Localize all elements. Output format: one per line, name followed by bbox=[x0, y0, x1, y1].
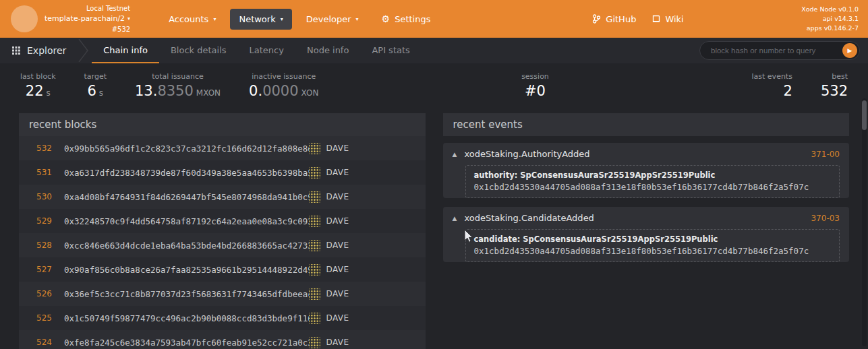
tab-block-details[interactable]: Block details bbox=[159, 38, 238, 63]
author-name: DAVE bbox=[326, 168, 349, 177]
block-author: DAVE bbox=[309, 216, 415, 227]
wiki-link[interactable]: Wiki bbox=[652, 14, 683, 24]
block-row: 525 0x1c50749f59877479cc496ac2b90b0088cc… bbox=[19, 306, 426, 330]
tab-api-stats[interactable]: API stats bbox=[360, 38, 421, 63]
block-author: DAVE bbox=[309, 313, 415, 324]
block-number-link[interactable]: 524 bbox=[29, 338, 52, 347]
event-header: ▲ xodeStaking.CandidateAdded 370-03 bbox=[443, 207, 850, 229]
chevron-down-icon: ▾ bbox=[356, 16, 359, 22]
collapse-arrow-icon[interactable]: ▲ bbox=[453, 151, 457, 158]
event-name: xodeStaking.CandidateAdded bbox=[464, 213, 594, 223]
author-name: DAVE bbox=[326, 289, 349, 298]
block-hash: 0x32248570c9f4dd564758af87192c64a2eaa0e0… bbox=[64, 216, 309, 226]
main-content: recent blocks 532 0x99bb565a96df1c2c823c… bbox=[0, 109, 868, 349]
node-version: Xode Node v0.1.0 bbox=[801, 5, 859, 14]
chain-selector[interactable]: Local Testnet template-parachain/2 ▾ #53… bbox=[45, 3, 130, 35]
event-detail: candidate: SpConsensusAuraSr25519AppSr25… bbox=[465, 229, 840, 262]
scrollbar-thumb[interactable] bbox=[862, 100, 867, 130]
best-block-number: #532 bbox=[45, 24, 130, 34]
author-name: DAVE bbox=[326, 216, 349, 226]
block-author: DAVE bbox=[309, 288, 415, 300]
author-identicon bbox=[309, 191, 320, 203]
nav-developer[interactable]: Developer ▾ bbox=[297, 9, 368, 30]
block-number-link[interactable]: 529 bbox=[29, 216, 52, 226]
block-row: 526 0x36ef5c3cc71c8b877037d23f5683631f77… bbox=[19, 282, 426, 306]
page-scrollbar bbox=[862, 98, 867, 346]
block-number-link[interactable]: 525 bbox=[29, 313, 52, 323]
chevron-down-icon: ▾ bbox=[281, 16, 283, 22]
author-name: DAVE bbox=[326, 144, 349, 153]
block-row: 532 0x99bb565a96df1c2c823c37ca3212fc166d… bbox=[19, 136, 426, 160]
tab-bar: Explorer Chain info Block details Latenc… bbox=[0, 38, 868, 63]
grid-icon bbox=[12, 46, 20, 55]
nav-network[interactable]: Network ▾ bbox=[230, 9, 291, 30]
event-name: xodeStaking.AuthorityAdded bbox=[464, 149, 589, 159]
tab-latency[interactable]: Latency bbox=[238, 38, 295, 63]
nav-accounts[interactable]: Accounts ▾ bbox=[160, 9, 225, 30]
event-detail: authority: SpConsensusAuraSr25519AppSr25… bbox=[465, 165, 840, 198]
block-row: 529 0x32248570c9f4dd564758af87192c64a2ea… bbox=[19, 209, 426, 233]
nav-settings[interactable]: ⚙ Settings bbox=[373, 9, 440, 30]
block-hash: 0x90af856c0b8a8ce26a7faa82535a9661b29514… bbox=[64, 265, 309, 275]
top-bar: Local Testnet template-parachain/2 ▾ #53… bbox=[0, 0, 868, 38]
author-name: DAVE bbox=[326, 313, 349, 323]
recent-blocks-list: 532 0x99bb565a96df1c2c823c37ca3212fc166d… bbox=[19, 136, 426, 349]
version-info: Xode Node v0.1.0 api v14.3.1 apps v0.146… bbox=[801, 5, 859, 34]
block-number-link[interactable]: 531 bbox=[29, 168, 52, 177]
event-index-link[interactable]: 370-03 bbox=[811, 214, 840, 223]
play-arrow-icon: ▶ bbox=[848, 47, 852, 54]
tabs: Chain info Block details Latency Node in… bbox=[92, 38, 422, 63]
event-index-link[interactable]: 371-00 bbox=[811, 150, 840, 159]
block-search: ▶ bbox=[699, 41, 860, 60]
chain-stats: last block 22s target 6s total issuance … bbox=[0, 63, 868, 109]
block-search-input[interactable] bbox=[710, 46, 842, 55]
block-number-link[interactable]: 530 bbox=[29, 192, 52, 201]
chevron-down-icon: ▾ bbox=[213, 16, 216, 22]
github-icon bbox=[592, 14, 601, 24]
author-identicon bbox=[309, 264, 320, 276]
chain-logo[interactable] bbox=[11, 5, 38, 32]
main-nav: Accounts ▾ Network ▾ Developer ▾ ⚙ Setti… bbox=[160, 9, 439, 30]
tab-chain-info[interactable]: Chain info bbox=[92, 38, 159, 63]
recent-blocks-title: recent blocks bbox=[19, 113, 426, 136]
event-card: ▲ xodeStaking.CandidateAdded 370-03 cand… bbox=[443, 207, 850, 262]
block-row: 530 0xa4d08bf4764931f84d6269447bf545e807… bbox=[19, 185, 426, 209]
breadcrumb-chevron bbox=[78, 38, 89, 63]
block-number-link[interactable]: 526 bbox=[29, 289, 52, 298]
author-name: DAVE bbox=[326, 241, 349, 250]
block-number-link[interactable]: 532 bbox=[29, 144, 52, 153]
author-identicon bbox=[309, 313, 320, 324]
stat-target: target 6s bbox=[84, 72, 107, 99]
author-name: DAVE bbox=[326, 338, 349, 347]
block-hash: 0xfe8fa245c6e3834a7593ab47bfc60feab91e52… bbox=[64, 338, 309, 348]
block-hash: 0x36ef5c3cc71c8b877037d23f5683631f774346… bbox=[64, 289, 309, 299]
author-name: DAVE bbox=[326, 192, 349, 201]
github-link[interactable]: GitHub bbox=[592, 14, 636, 24]
block-hash: 0x1c50749f59877479cc496ac2b90b0088ccd83d… bbox=[64, 313, 309, 323]
author-identicon bbox=[309, 337, 320, 348]
block-author: DAVE bbox=[309, 191, 415, 203]
stat-inactive-issuance: inactive issuance 0.0000XON bbox=[249, 72, 318, 99]
event-card: ▲ xodeStaking.AuthorityAdded 371-00 auth… bbox=[443, 143, 850, 198]
author-identicon bbox=[309, 240, 320, 251]
block-author: DAVE bbox=[309, 143, 415, 154]
block-number-link[interactable]: 528 bbox=[29, 241, 52, 250]
block-row: 531 0xa6317dfd238348739de87f60d349a38e5a… bbox=[19, 160, 426, 185]
api-version: api v14.3.1 bbox=[801, 14, 859, 24]
wiki-icon bbox=[652, 15, 660, 24]
block-row: 527 0x90af856c0b8a8ce26a7faa82535a9661b2… bbox=[19, 257, 426, 282]
explorer-section[interactable]: Explorer bbox=[0, 38, 78, 63]
external-links: GitHub Wiki bbox=[592, 14, 683, 24]
block-number-link[interactable]: 527 bbox=[29, 265, 52, 274]
event-detail-label: authority: SpConsensusAuraSr25519AppSr25… bbox=[474, 170, 832, 180]
stat-session: session #0 bbox=[521, 72, 549, 99]
block-hash: 0x99bb565a96df1c2c823c37ca3212fc166d62d1… bbox=[64, 144, 309, 154]
block-author: DAVE bbox=[309, 264, 415, 276]
event-detail-value: 0x1cbd2d43530a44705ad088af313e18f80b53ef… bbox=[474, 246, 832, 256]
block-hash: 0xa4d08bf4764931f84d6269447bf545e8074968… bbox=[64, 192, 309, 202]
block-row: 524 0xfe8fa245c6e3834a7593ab47bfc60feab9… bbox=[19, 330, 426, 349]
collapse-arrow-icon[interactable]: ▲ bbox=[453, 215, 457, 222]
stat-last-block: last block 22s bbox=[20, 72, 56, 99]
tab-node-info[interactable]: Node info bbox=[295, 38, 360, 63]
search-submit-button[interactable]: ▶ bbox=[842, 43, 857, 58]
